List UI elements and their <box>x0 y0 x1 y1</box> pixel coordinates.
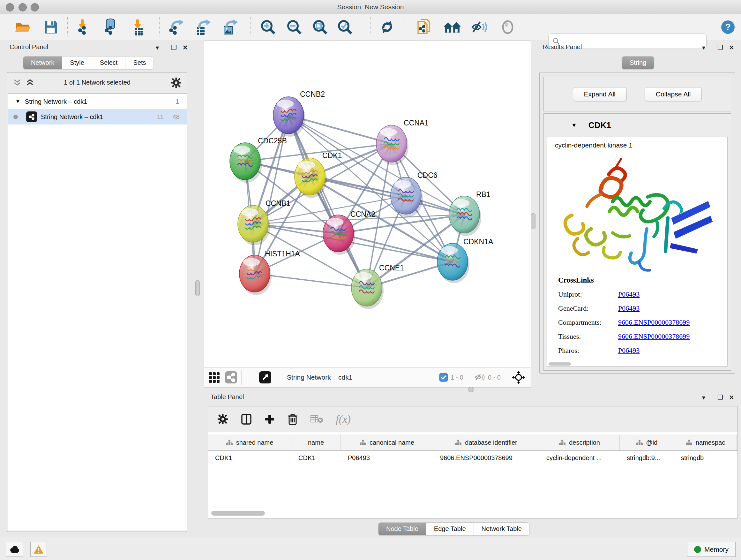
column-header-canonical-name[interactable]: canonical name <box>341 435 433 450</box>
show-welcome-screen-button[interactable] <box>443 18 461 37</box>
tree-expand-icon[interactable]: ▼ <box>15 99 20 105</box>
network-manager-panel: 1 of 1 Network selected ▼ String Network… <box>7 72 187 532</box>
cloud-status-button[interactable] <box>6 542 23 557</box>
tab-edge-table[interactable]: Edge Table <box>426 523 474 535</box>
control-panel-float-icon[interactable]: ❐ <box>171 44 177 52</box>
selected-checkbox-icon[interactable] <box>439 373 448 382</box>
save-session-button[interactable] <box>42 18 60 37</box>
column-header-@id[interactable]: @id <box>620 435 674 450</box>
zoom-fit-button[interactable] <box>311 18 329 37</box>
delete-column-trash-icon[interactable] <box>287 413 298 425</box>
export-image-button[interactable] <box>221 18 240 37</box>
zoom-selected-button[interactable] <box>336 18 354 37</box>
network-row-selected[interactable]: String Network – cdk1 11 48 <box>8 109 187 125</box>
tab-select[interactable]: Select <box>92 57 126 69</box>
node-label: CDC6 <box>417 171 437 179</box>
tab-network-table[interactable]: Network Table <box>474 523 529 535</box>
collapse-all-button[interactable]: Collapse All <box>645 87 702 101</box>
results-panel-title: Results Panel <box>542 44 582 51</box>
network-options-gear-icon[interactable] <box>171 77 182 88</box>
create-column-plus-icon[interactable] <box>264 414 275 425</box>
table-panel-menu-icon[interactable]: ▾ <box>702 393 705 401</box>
column-header-description[interactable]: description <box>539 435 620 450</box>
column-label: shared name <box>236 439 273 446</box>
table-panel-close-icon[interactable]: ✕ <box>729 393 734 401</box>
export-table-button[interactable] <box>194 18 212 37</box>
eye-gray-icon <box>500 19 516 35</box>
zoom-in-button[interactable] <box>259 18 277 37</box>
node-CDC25B[interactable]: CDC25B <box>230 137 287 183</box>
table-panel-float-icon[interactable]: ❐ <box>718 393 723 401</box>
crosslink-label: GeneCard: <box>558 304 618 313</box>
crosslink-link[interactable]: 9606.ENSP00000378699 <box>618 332 690 341</box>
eye-slash-icon <box>470 19 488 35</box>
import-network-database-button[interactable] <box>100 18 119 37</box>
open-session-button[interactable] <box>13 18 31 37</box>
control-panel-close-icon[interactable]: ✕ <box>183 44 188 52</box>
network-canvas[interactable]: CCNB2CCNA1CDC25BCDK1CDC6RB1CCNB1CCNA2CDK… <box>204 40 531 368</box>
node-CCNB2[interactable]: CCNB2 <box>273 90 325 137</box>
memory-button[interactable]: Memory <box>687 542 736 557</box>
left-splitter-handle[interactable] <box>195 280 200 296</box>
grid-view-icon[interactable] <box>208 371 220 383</box>
right-splitter-handle[interactable] <box>531 213 536 229</box>
column-header-shared-name[interactable]: shared name <box>208 435 291 450</box>
expand-all-button[interactable]: Expand All <box>573 87 627 101</box>
column-header-namespac[interactable]: namespac <box>674 435 737 450</box>
results-horizontal-scrollbar[interactable] <box>549 362 571 366</box>
results-panel-menu-icon[interactable]: ▾ <box>702 44 705 52</box>
crosslink-link[interactable]: P06493 <box>618 290 639 299</box>
delete-table-icon <box>310 415 324 424</box>
import-table-button[interactable] <box>129 18 147 37</box>
birdseye-crosshair-icon[interactable] <box>512 370 526 384</box>
control-panel-menu-icon[interactable]: ▾ <box>156 44 159 52</box>
node-CDKN1A[interactable]: CDKN1A <box>437 238 493 283</box>
birdseye-toggle-button[interactable] <box>498 18 517 37</box>
column-label: name <box>308 439 324 446</box>
tab-sets[interactable]: Sets <box>125 57 153 69</box>
zoom-out-button[interactable] <box>285 18 304 37</box>
search-input[interactable] <box>560 35 706 48</box>
results-panel-float-icon[interactable]: ❐ <box>718 44 723 52</box>
column-type-icon <box>559 439 566 446</box>
string-results-panel: Expand All Collapse All ▼ CDK1 cyclin-de… <box>539 72 735 374</box>
tab-style[interactable]: Style <box>62 57 92 69</box>
tab-network[interactable]: Network <box>23 57 62 69</box>
export-network-button[interactable] <box>167 18 185 37</box>
import-network-file-button[interactable] <box>73 18 92 37</box>
column-label: description <box>569 439 600 446</box>
show-columns-icon[interactable] <box>241 414 252 425</box>
table-horizontal-scrollbar[interactable] <box>211 511 265 516</box>
help-button[interactable]: ? <box>719 18 737 37</box>
show-hide-graphics-details-button[interactable] <box>470 18 488 37</box>
network-collection-row[interactable]: ▼ String Network – cdk1 1 <box>8 94 187 109</box>
node-RB1[interactable]: RB1 <box>449 190 490 236</box>
new-network-from-selection-button[interactable] <box>414 18 433 37</box>
node-CCNA1[interactable]: CCNA1 <box>376 119 428 165</box>
crosslink-link[interactable]: P06493 <box>618 304 639 313</box>
tab-string[interactable]: String <box>622 57 654 69</box>
table-row[interactable]: CDK1CDK1P064939606.ENSP00000378699cyclin… <box>208 450 738 465</box>
open-in-new-window-icon[interactable] <box>259 371 272 384</box>
column-header-database-identifier[interactable]: database identifier <box>433 435 539 450</box>
cdk1-section-header[interactable]: ▼ CDK1 <box>544 114 731 137</box>
column-header-name[interactable]: name <box>291 435 341 450</box>
tab-node-table[interactable]: Node Table <box>379 523 426 535</box>
edge[interactable] <box>288 115 367 288</box>
refresh-button[interactable] <box>378 18 396 37</box>
export-image-icon <box>222 18 239 36</box>
warning-status-button[interactable] <box>30 542 47 557</box>
column-label: namespac <box>696 439 725 446</box>
string-share-icon[interactable] <box>225 371 238 384</box>
crosslink-link[interactable]: P06493 <box>618 347 639 355</box>
results-panel-close-icon[interactable]: ✕ <box>729 44 734 52</box>
application-window: Session: New Session ? Control Panel ▾ ❐… <box>0 0 741 560</box>
crosslink-link[interactable]: 9606.ENSP00000378699 <box>618 318 690 327</box>
table-options-gear-icon[interactable] <box>217 414 228 425</box>
network-selected-status: 1 of 1 Network selected <box>7 79 187 86</box>
node-CDC6[interactable]: CDC6 <box>391 171 437 217</box>
svg-text:?: ? <box>725 22 731 32</box>
bottom-splitter-handle[interactable] <box>468 387 474 392</box>
node-HIST1H1A[interactable]: HIST1H1A <box>239 250 300 295</box>
section-collapse-icon[interactable]: ▼ <box>571 122 577 129</box>
